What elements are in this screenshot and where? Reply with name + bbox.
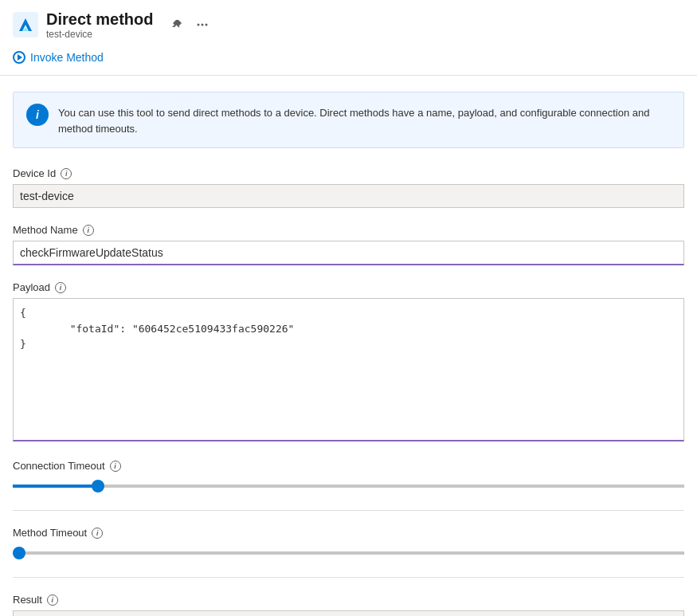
result-output: {"status":200,"payload":"SUCCESS"} [13,610,684,616]
method-timeout-info-icon[interactable]: i [92,528,103,539]
page-title: Direct method [46,10,153,29]
connection-timeout-label: Connection Timeout i [13,460,684,472]
payload-label: Payload i [13,281,684,293]
connection-timeout-slider-container [13,478,684,494]
invoke-icon [13,51,25,64]
connection-timeout-info-icon[interactable]: i [110,461,121,472]
title-block: Direct method test-device [46,10,153,40]
more-options-button[interactable] [193,17,212,33]
result-info-icon[interactable]: i [47,594,58,606]
connection-timeout-group: Connection Timeout i [13,460,684,494]
payload-group: Payload i { "fotaId": "606452ce5109433fa… [13,281,684,444]
pin-icon [170,18,183,31]
device-id-input[interactable] [13,184,684,208]
invoke-label: Invoke Method [30,51,104,64]
device-id-group: Device Id i [13,167,684,208]
info-banner: i You can use this tool to send direct m… [13,92,684,148]
page-header: Direct method test-device [0,0,697,43]
device-id-info-icon[interactable]: i [61,168,72,179]
payload-info-icon[interactable]: i [55,282,66,293]
main-content: i You can use this tool to send direct m… [0,76,697,616]
method-timeout-slider-container [13,545,684,561]
divider-2 [13,577,684,578]
ellipsis-icon [196,18,209,31]
divider [13,510,684,511]
svg-point-6 [206,24,208,26]
result-group: Result i {"status":200,"payload":"SUCCES… [13,594,684,616]
pin-button[interactable] [167,17,186,33]
svg-point-5 [202,24,204,26]
result-label: Result i [13,594,684,606]
azure-logo-icon [13,12,38,37]
device-id-label: Device Id i [13,167,684,179]
method-timeout-group: Method Timeout i [13,527,684,561]
header-actions [167,17,212,33]
connection-timeout-slider[interactable] [13,485,684,488]
method-name-group: Method Name i [13,224,684,265]
payload-input[interactable]: { "fotaId": "606452ce5109433fac590226" } [13,298,684,441]
method-name-label: Method Name i [13,224,684,236]
method-name-input[interactable] [13,241,684,265]
method-timeout-label: Method Timeout i [13,527,684,539]
toolbar: Invoke Method [0,43,697,76]
info-banner-text: You can use this tool to send direct met… [58,104,671,136]
info-icon: i [26,104,49,126]
device-subtitle: test-device [46,29,153,40]
invoke-method-button[interactable]: Invoke Method [13,48,104,67]
svg-point-4 [198,24,200,26]
method-name-info-icon[interactable]: i [83,225,94,236]
method-timeout-slider[interactable] [13,551,684,555]
